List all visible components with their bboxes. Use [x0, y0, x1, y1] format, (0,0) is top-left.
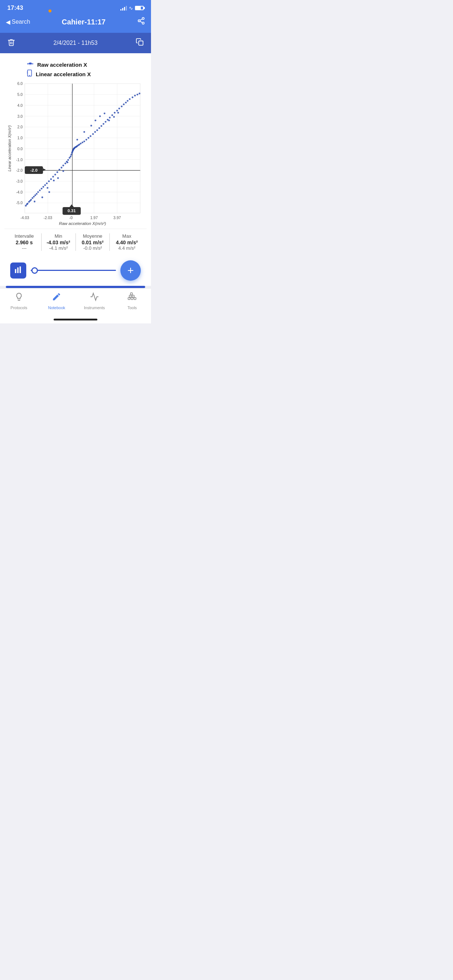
- legend-item-linear: Linear acceleration X: [26, 70, 91, 79]
- svg-point-78: [50, 178, 52, 180]
- svg-text:0.31: 0.31: [67, 208, 76, 213]
- svg-text:-5.0: -5.0: [16, 200, 22, 205]
- nav-item-tools[interactable]: Tools: [113, 292, 152, 310]
- svg-point-67: [32, 197, 33, 199]
- svg-text:3.97: 3.97: [113, 215, 121, 220]
- share-button[interactable]: [137, 17, 145, 27]
- svg-point-63: [27, 203, 29, 205]
- svg-text:Linear acceleration X(m/s²): Linear acceleration X(m/s²): [7, 126, 12, 171]
- svg-point-141: [99, 115, 101, 117]
- svg-point-139: [91, 125, 92, 127]
- svg-point-75: [44, 184, 46, 186]
- intervalle-sub: ---: [7, 245, 41, 251]
- svg-rect-5: [139, 41, 143, 45]
- svg-point-77: [48, 180, 50, 182]
- copy-button[interactable]: [136, 38, 144, 48]
- svg-point-129: [132, 97, 134, 99]
- content-area: Raw acceleration X Linear acceleration X: [0, 53, 151, 286]
- svg-point-119: [109, 117, 111, 118]
- signal-icon: [120, 5, 127, 11]
- svg-point-147: [108, 119, 110, 121]
- slider-thumb[interactable]: [31, 267, 38, 274]
- add-button[interactable]: +: [120, 260, 141, 281]
- moyenne-label: Moyenne: [76, 233, 110, 239]
- wifi-icon: ∿: [129, 5, 133, 11]
- svg-point-109: [88, 137, 89, 139]
- svg-point-112: [94, 131, 96, 133]
- legend-label-raw: Raw acceleration X: [37, 62, 87, 68]
- playback-slider[interactable]: [30, 270, 116, 271]
- svg-rect-152: [20, 267, 21, 273]
- svg-text:3.0: 3.0: [18, 114, 23, 118]
- bar-chart-icon: [14, 266, 22, 275]
- protocols-label: Protocols: [11, 305, 27, 310]
- back-button[interactable]: ◀ Search: [6, 19, 30, 25]
- svg-point-106: [82, 142, 83, 143]
- svg-point-148: [113, 116, 115, 118]
- tools-label: Tools: [127, 305, 137, 310]
- delete-button[interactable]: [7, 38, 15, 48]
- svg-text:-4.03: -4.03: [21, 215, 29, 220]
- notification-dot: [48, 10, 51, 13]
- min-label: Min: [41, 233, 75, 239]
- min-sub: -4.1 m/s²: [41, 245, 75, 251]
- svg-point-127: [126, 100, 128, 102]
- record-date: 2/4/2021 - 11h53: [54, 40, 98, 46]
- max-label: Max: [110, 233, 144, 239]
- svg-point-9: [32, 64, 33, 65]
- svg-point-143: [41, 197, 43, 198]
- svg-rect-157: [132, 295, 134, 297]
- svg-text:-4.0: -4.0: [16, 190, 22, 194]
- svg-point-132: [139, 92, 140, 94]
- intervalle-value: 2.960 s: [7, 240, 41, 245]
- svg-point-134: [57, 177, 59, 179]
- svg-text:-0: -0: [69, 215, 73, 220]
- page-title: Cahier-11:17: [62, 18, 105, 26]
- instruments-label: Instruments: [84, 305, 105, 310]
- nav-item-protocols[interactable]: Protocols: [0, 292, 38, 310]
- svg-point-116: [102, 123, 104, 125]
- moyenne-value: 0.01 m/s²: [76, 240, 110, 245]
- svg-point-135: [62, 170, 64, 172]
- svg-point-136: [67, 162, 69, 163]
- svg-point-90: [70, 154, 72, 156]
- svg-text:-2.0: -2.0: [30, 168, 38, 172]
- status-icons: ∿: [120, 5, 144, 11]
- moyenne-sub: -0.0 m/s²: [76, 245, 110, 251]
- nav-item-instruments[interactable]: Instruments: [75, 292, 113, 310]
- svg-text:-2.0: -2.0: [16, 168, 22, 172]
- svg-point-104: [78, 144, 80, 145]
- svg-point-130: [134, 95, 136, 97]
- svg-point-76: [46, 182, 48, 184]
- svg-point-137: [76, 139, 78, 141]
- notebook-icon: [52, 292, 61, 304]
- svg-point-85: [65, 162, 66, 164]
- svg-point-108: [85, 139, 87, 141]
- svg-text:1.97: 1.97: [91, 215, 98, 220]
- svg-point-107: [83, 140, 85, 142]
- stat-min: Min -4.03 m/s² -4.1 m/s²: [41, 233, 75, 251]
- nav-item-notebook[interactable]: Notebook: [38, 292, 76, 310]
- status-time: 17:43: [7, 5, 23, 12]
- svg-point-124: [121, 106, 123, 108]
- svg-rect-154: [131, 298, 133, 299]
- stat-max: Max 4.40 m/s² 4.4 m/s²: [109, 233, 144, 251]
- legend-item-raw: Raw acceleration X: [26, 60, 87, 69]
- svg-point-142: [104, 113, 105, 115]
- add-icon: +: [127, 265, 134, 276]
- svg-point-83: [61, 167, 62, 169]
- svg-point-114: [99, 127, 100, 129]
- intervalle-label: Intervalle: [7, 233, 41, 239]
- bottom-nav: Protocols Notebook Instruments: [0, 288, 151, 317]
- svg-point-110: [90, 135, 91, 137]
- svg-point-105: [80, 143, 82, 145]
- chart-type-button[interactable]: [10, 262, 26, 278]
- svg-point-70: [36, 193, 38, 195]
- playback-bar: +: [4, 255, 147, 286]
- svg-point-131: [136, 94, 138, 95]
- svg-point-113: [96, 129, 98, 131]
- svg-point-115: [100, 125, 102, 127]
- svg-point-120: [111, 114, 113, 116]
- svg-point-72: [39, 189, 41, 191]
- scatter-chart[interactable]: 6.0 5.0 4.0 3.0 2.0 1.0 0.0 -1.0 -2.0 -3…: [7, 80, 144, 229]
